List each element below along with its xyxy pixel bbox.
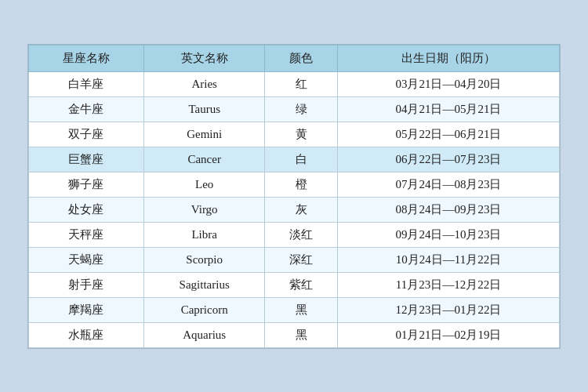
cell-color: 深红 <box>265 247 338 272</box>
cell-color: 白 <box>265 147 338 172</box>
cell-chinese-name: 水瓶座 <box>29 322 144 347</box>
cell-english-name: Gemini <box>143 122 265 147</box>
cell-english-name: Leo <box>143 172 265 197</box>
table-row: 天秤座Libra淡红09月24日—10月23日 <box>29 222 560 247</box>
cell-color: 灰 <box>265 197 338 222</box>
header-english-name: 英文名称 <box>143 45 265 71</box>
table-row: 处女座Virgo灰08月24日—09月23日 <box>29 197 560 222</box>
cell-dates: 12月23日—01月22日 <box>337 297 559 322</box>
table-row: 射手座Sagittarius紫红11月23日—12月22日 <box>29 272 560 297</box>
cell-dates: 04月21日—05月21日 <box>337 96 559 122</box>
table-row: 狮子座Leo橙07月24日—08月23日 <box>29 172 560 197</box>
cell-color: 黑 <box>265 297 338 322</box>
header-chinese-name: 星座名称 <box>29 45 144 71</box>
cell-chinese-name: 天秤座 <box>29 222 144 247</box>
table-row: 天蝎座Scorpio深红10月24日—11月22日 <box>29 247 560 272</box>
cell-dates: 11月23日—12月22日 <box>337 272 559 297</box>
cell-chinese-name: 狮子座 <box>29 172 144 197</box>
cell-color: 黑 <box>265 322 338 347</box>
table-row: 白羊座Aries红03月21日—04月20日 <box>29 71 560 96</box>
cell-english-name: Libra <box>143 222 265 247</box>
table-header-row: 星座名称 英文名称 颜色 出生日期（阳历） <box>29 45 560 71</box>
cell-chinese-name: 白羊座 <box>29 71 144 96</box>
header-color: 颜色 <box>265 45 338 71</box>
cell-chinese-name: 射手座 <box>29 272 144 297</box>
table-row: 摩羯座Capricorn黑12月23日—01月22日 <box>29 297 560 322</box>
cell-color: 紫红 <box>265 272 338 297</box>
cell-chinese-name: 天蝎座 <box>29 247 144 272</box>
cell-color: 黄 <box>265 122 338 147</box>
cell-dates: 09月24日—10月23日 <box>337 222 559 247</box>
cell-dates: 10月24日—11月22日 <box>337 247 559 272</box>
cell-color: 淡红 <box>265 222 338 247</box>
cell-english-name: Capricorn <box>143 297 265 322</box>
cell-chinese-name: 金牛座 <box>29 96 144 122</box>
cell-dates: 07月24日—08月23日 <box>337 172 559 197</box>
cell-chinese-name: 双子座 <box>29 122 144 147</box>
table-row: 金牛座Taurus绿04月21日—05月21日 <box>29 96 560 122</box>
cell-color: 红 <box>265 71 338 96</box>
cell-english-name: Aquarius <box>143 322 265 347</box>
zodiac-table: 星座名称 英文名称 颜色 出生日期（阳历） 白羊座Aries红03月21日—04… <box>28 45 560 348</box>
cell-color: 橙 <box>265 172 338 197</box>
cell-english-name: Sagittarius <box>143 272 265 297</box>
cell-english-name: Aries <box>143 71 265 96</box>
table-body: 白羊座Aries红03月21日—04月20日金牛座Taurus绿04月21日—0… <box>29 71 560 347</box>
cell-english-name: Scorpio <box>143 247 265 272</box>
cell-dates: 05月22日—06月21日 <box>337 122 559 147</box>
cell-dates: 08月24日—09月23日 <box>337 197 559 222</box>
table-row: 巨蟹座Cancer白06月22日—07月23日 <box>29 147 560 172</box>
cell-chinese-name: 处女座 <box>29 197 144 222</box>
cell-dates: 06月22日—07月23日 <box>337 147 559 172</box>
cell-dates: 03月21日—04月20日 <box>337 71 559 96</box>
header-dates: 出生日期（阳历） <box>337 45 559 71</box>
zodiac-table-container: 星座名称 英文名称 颜色 出生日期（阳历） 白羊座Aries红03月21日—04… <box>27 44 561 349</box>
cell-english-name: Virgo <box>143 197 265 222</box>
cell-dates: 01月21日—02月19日 <box>337 322 559 347</box>
cell-english-name: Taurus <box>143 96 265 122</box>
cell-color: 绿 <box>265 96 338 122</box>
table-row: 双子座Gemini黄05月22日—06月21日 <box>29 122 560 147</box>
cell-english-name: Cancer <box>143 147 265 172</box>
table-row: 水瓶座Aquarius黑01月21日—02月19日 <box>29 322 560 347</box>
cell-chinese-name: 摩羯座 <box>29 297 144 322</box>
cell-chinese-name: 巨蟹座 <box>29 147 144 172</box>
